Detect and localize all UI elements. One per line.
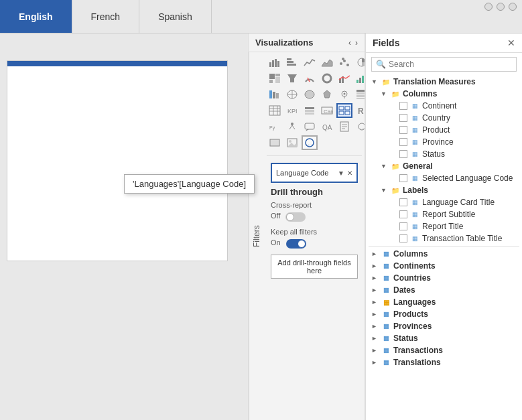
- tree-item-report-title[interactable]: ▦ Report Title: [387, 220, 519, 232]
- add-drill-button[interactable]: Add drill-through fields here: [271, 255, 358, 279]
- checkbox-status[interactable]: [399, 150, 407, 158]
- field-pill[interactable]: Language Code ▼ ✕: [271, 163, 358, 183]
- tree-item-status[interactable]: ▦ Status: [387, 148, 519, 160]
- viz-icon-map[interactable]: [284, 87, 300, 102]
- viz-icon-shape-map[interactable]: [319, 87, 335, 102]
- tree-section-translation-measures[interactable]: ▼ 📁 Translation Measures: [369, 76, 519, 88]
- viz-icon-slicer[interactable]: [302, 103, 318, 118]
- viz-icon-speech-bubble[interactable]: [302, 119, 318, 134]
- tab-english[interactable]: English: [0, 0, 72, 33]
- viz-arrow-right[interactable]: ›: [355, 38, 358, 48]
- tree-section-dates[interactable]: ► ▦ Dates: [369, 284, 519, 296]
- tree-section-products[interactable]: ► ▦ Products: [369, 308, 519, 320]
- viz-icon-scatter[interactable]: [336, 55, 352, 70]
- viz-icon-waterfall[interactable]: [354, 71, 365, 86]
- fields-close-icon[interactable]: ✕: [507, 38, 515, 48]
- svg-point-72: [289, 140, 291, 143]
- viz-icon-qa[interactable]: QA: [319, 119, 335, 134]
- viz-icon-table[interactable]: [267, 103, 283, 118]
- viz-icon-image[interactable]: [284, 135, 300, 150]
- viz-icon-line[interactable]: [302, 55, 318, 70]
- table-icon: ▦: [381, 249, 391, 259]
- viz-icon-multi-card[interactable]: [336, 103, 352, 118]
- win-dot-maximize[interactable]: [497, 3, 505, 11]
- tree-section-languages[interactable]: ► ▦ Languages: [369, 296, 519, 308]
- svg-point-8: [340, 62, 342, 65]
- viz-icon-card[interactable]: Card: [319, 103, 335, 118]
- viz-icon-combo[interactable]: [336, 71, 352, 86]
- tree-item-continent[interactable]: ▦ Continent: [387, 100, 519, 112]
- viz-icon-azure-map[interactable]: [336, 87, 352, 102]
- tree-item-product[interactable]: ▦ Product: [387, 124, 519, 136]
- viz-icon-gauge[interactable]: [302, 71, 318, 86]
- checkbox-continent[interactable]: [399, 102, 407, 110]
- checkbox-province[interactable]: [399, 138, 407, 146]
- tree-group-columns[interactable]: ▼ 📁 Columns: [378, 88, 519, 100]
- checkbox-language-card-title[interactable]: [399, 198, 407, 206]
- tree-item-language-card-title[interactable]: ▦ Language Card Title: [387, 196, 519, 208]
- viz-arrows: ‹ ›: [348, 38, 358, 48]
- keep-filters-toggle[interactable]: [286, 239, 306, 249]
- viz-icon-ai-decomp[interactable]: [284, 119, 300, 134]
- tree-section-transactions[interactable]: ► ▦ Transactions: [369, 344, 519, 356]
- svg-marker-33: [324, 90, 330, 98]
- tree-item-transaction-table-title[interactable]: ▦ Transaction Table Title: [387, 232, 519, 244]
- chevron-down-icon: ▼: [381, 187, 390, 194]
- checkbox-transaction-table-title[interactable]: [399, 234, 407, 242]
- viz-icon-donut[interactable]: [319, 71, 335, 86]
- table-icon: ▦: [381, 273, 391, 283]
- viz-icon-area[interactable]: [319, 55, 335, 70]
- tree-section-provinces[interactable]: ► ▦ Provinces: [369, 320, 519, 332]
- win-dot-close[interactable]: [509, 3, 517, 11]
- checkbox-selected-language-code[interactable]: [399, 174, 407, 182]
- viz-icon-filled-map[interactable]: [302, 87, 318, 102]
- tree-section-translations[interactable]: ► ▦ Translations: [369, 356, 519, 368]
- tree-item-selected-language-code[interactable]: ▦ Selected Language Code: [387, 172, 519, 184]
- win-dot-minimize[interactable]: [484, 3, 493, 11]
- viz-icon-funnel[interactable]: [284, 71, 300, 86]
- cross-report-toggle[interactable]: [285, 212, 306, 222]
- svg-rect-6: [287, 64, 296, 66]
- field-pill-dropdown-icon[interactable]: ▼: [338, 169, 344, 177]
- viz-icon-matrix[interactable]: [354, 87, 365, 102]
- viz-icon-ribbon[interactable]: [267, 87, 283, 102]
- label-provinces: Provinces: [393, 322, 432, 331]
- label-dates: Dates: [393, 285, 415, 295]
- checkbox-product[interactable]: [399, 126, 407, 134]
- viz-icon-pie[interactable]: [354, 55, 365, 70]
- viz-icon-python[interactable]: Py: [267, 119, 283, 134]
- svg-rect-2: [275, 59, 277, 67]
- viz-arrow-left[interactable]: ‹: [348, 38, 351, 48]
- tree-item-province[interactable]: ▦ Province: [387, 136, 519, 148]
- tab-spanish[interactable]: Spanish: [139, 0, 212, 33]
- checkbox-country[interactable]: [399, 114, 407, 122]
- tab-french[interactable]: French: [72, 0, 140, 33]
- label-translations: Translations: [393, 358, 441, 367]
- tree-group-labels[interactable]: ▼ 📁 Labels: [378, 184, 519, 196]
- viz-icon-r[interactable]: R: [354, 103, 365, 118]
- tree-section-continents[interactable]: ► ▦ Continents: [369, 260, 519, 272]
- search-input[interactable]: [389, 60, 512, 69]
- tab-bar: English French Spanish: [0, 0, 522, 33]
- tree-section-columns-collapsed[interactable]: ► ▦ Columns: [369, 248, 519, 260]
- viz-icon-canvas[interactable]: [267, 135, 283, 150]
- label-columns-collapsed: Columns: [393, 249, 428, 259]
- viz-icon-custom-visual[interactable]: ...: [302, 135, 318, 150]
- checkbox-report-subtitle[interactable]: [399, 210, 407, 218]
- tree-item-country[interactable]: ▦ Country: [387, 112, 519, 124]
- viz-icon-paginated[interactable]: [336, 119, 352, 134]
- checkbox-report-title[interactable]: [399, 222, 407, 230]
- viz-icon-treemap[interactable]: [267, 71, 283, 86]
- viz-icon-bar[interactable]: [267, 55, 283, 70]
- field-pill-remove-icon[interactable]: ✕: [347, 169, 352, 177]
- label-product: Product: [422, 125, 450, 135]
- tree-item-report-subtitle[interactable]: ▦ Report Subtitle: [387, 208, 519, 220]
- tree-section-countries[interactable]: ► ▦ Countries: [369, 272, 519, 284]
- viz-icon-column[interactable]: [284, 55, 300, 70]
- viz-icon-kpi[interactable]: KPI: [284, 103, 300, 118]
- tree-section-status[interactable]: ► ▦ Status: [369, 332, 519, 344]
- label-countries: Countries: [393, 273, 431, 283]
- tree-group-general[interactable]: ▼ 📁 General: [378, 160, 519, 172]
- translation-measures-label: Translation Measures: [393, 77, 476, 86]
- viz-icon-custom[interactable]: ...: [354, 119, 365, 134]
